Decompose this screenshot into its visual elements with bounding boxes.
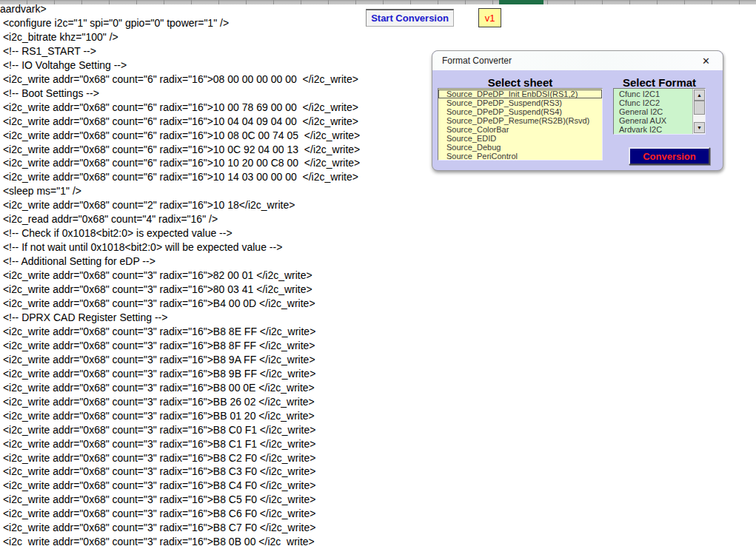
- start-conversion-button[interactable]: Start Conversion: [366, 9, 454, 27]
- dialog-title: Format Converter: [442, 55, 699, 66]
- xml-script-text: aardvark> <configure i2c="1" spi="0" gpi…: [0, 2, 360, 546]
- format-options: Cfunc I2C1Cfunc I2C2General I2CGeneral A…: [614, 90, 693, 134]
- list-item[interactable]: Source_DPeDP_Init EnbDSI(RS1,2): [438, 90, 602, 98]
- list-item[interactable]: Source_DPeDP_Suspend(RS4): [438, 107, 602, 116]
- version-cell: v1: [478, 8, 501, 27]
- scrollbar-thumb[interactable]: [694, 101, 705, 115]
- list-item[interactable]: General I2C: [614, 107, 693, 116]
- dialog-body: Select sheet Select Format Source_DPeDP_…: [432, 70, 723, 169]
- format-listbox[interactable]: Cfunc I2C1Cfunc I2C2General I2CGeneral A…: [613, 88, 706, 135]
- close-icon[interactable]: ✕: [699, 55, 713, 67]
- list-item[interactable]: General AUX: [614, 116, 693, 125]
- list-item[interactable]: Source_DPeDP_Resume(RS2B)(Rsvd): [438, 116, 602, 125]
- list-item[interactable]: Source_DPeDP_Suspend(RS3): [438, 98, 602, 107]
- conversion-button[interactable]: Conversion: [629, 147, 710, 165]
- format-converter-dialog: Format Converter ✕ Select sheet Select F…: [432, 50, 723, 171]
- select-sheet-heading: Select sheet: [438, 76, 603, 89]
- list-item[interactable]: Cfunc I2C1: [614, 90, 693, 98]
- dialog-titlebar[interactable]: Format Converter ✕: [432, 51, 723, 70]
- format-list-scrollbar[interactable]: ▲ ▼: [692, 89, 705, 134]
- list-item[interactable]: Source_EDID: [438, 134, 602, 143]
- list-item[interactable]: Source_Debug: [438, 143, 602, 152]
- scroll-down-icon[interactable]: ▼: [694, 122, 705, 133]
- sheet-listbox[interactable]: Source_DPeDP_Init EnbDSI(RS1,2)Source_DP…: [438, 88, 603, 161]
- excel-sheet-view: aardvark> <configure i2c="1" spi="0" gpi…: [0, 0, 756, 546]
- list-item[interactable]: Source_PeriControl: [438, 152, 602, 161]
- scroll-up-icon[interactable]: ▲: [694, 90, 705, 101]
- selected-column-indicator: [499, 0, 543, 4]
- list-item[interactable]: Ardvark I2C: [614, 125, 693, 134]
- list-item[interactable]: Source_ColorBar: [438, 125, 602, 134]
- list-item[interactable]: Cfunc I2C2: [614, 98, 693, 107]
- select-format-heading: Select Format: [610, 76, 709, 89]
